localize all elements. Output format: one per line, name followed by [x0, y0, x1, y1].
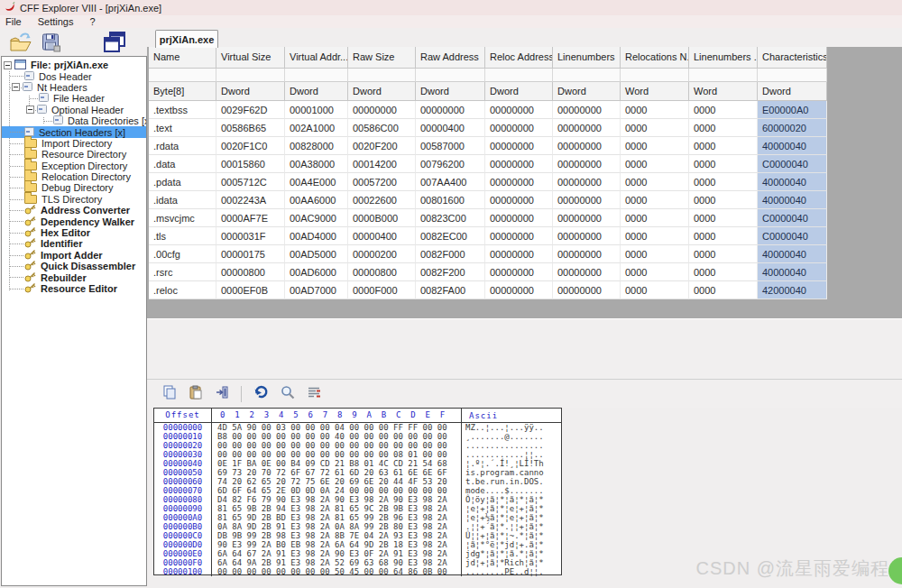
tree-item[interactable]: Dos Header [2, 70, 146, 81]
hex-bytes-cell[interactable]: 6A 64 9A 2B 91 E3 98 2A 52 69 63 68 90 E… [212, 558, 462, 567]
virtual-size-cell[interactable]: 0000EF0B [216, 281, 285, 299]
table-row[interactable]: .text 00586B65 002A1000 00586C00 0000040… [149, 119, 827, 137]
hex-bytes-cell[interactable]: 81 65 9D 2B BD E3 98 2A 81 65 99 2B 96 E… [212, 513, 462, 522]
hex-ascii-cell[interactable]: ................ [462, 441, 561, 450]
characteristics-cell[interactable]: 42000040 [758, 281, 827, 299]
raw-size-cell[interactable]: 0000B000 [348, 209, 416, 227]
relocations-n-cell[interactable]: 0000 [621, 101, 689, 119]
menu-item[interactable]: File [0, 16, 31, 27]
reloc-address-cell[interactable]: 00000000 [485, 227, 553, 245]
linenumbers-n-cell[interactable]: 0000 [689, 137, 758, 155]
virtual-size-cell[interactable]: 00000800 [216, 263, 285, 281]
linenumbers-cell[interactable]: 00000000 [553, 281, 621, 299]
linenumbers-cell[interactable]: 00000000 [553, 155, 621, 173]
hex-bytes-cell[interactable]: 0A 8A 9D 2B 91 E3 98 2A 0A 8A 99 2B 80 E… [212, 522, 462, 531]
raw-address-cell[interactable]: 00000000 [416, 101, 485, 119]
hex-ascii-cell[interactable]: jdg*¦ã¦*¦ã.*¦ã¦* [462, 549, 561, 558]
virtual-address-cell[interactable]: 00001000 [285, 101, 348, 119]
hex-ascii-cell[interactable]: MZ..¦...¦...ÿÿ.. [462, 423, 561, 432]
raw-size-cell[interactable]: 00057200 [348, 173, 416, 191]
linenumbers-cell[interactable]: 00000000 [553, 209, 621, 227]
table-row[interactable]: .data 00015860 00A38000 00014200 0079620… [149, 155, 827, 173]
raw-size-cell[interactable]: 00586C00 [348, 119, 416, 137]
raw-address-cell[interactable]: 0082FA00 [416, 281, 485, 299]
reloc-address-cell[interactable]: 00000000 [485, 155, 553, 173]
raw-address-cell[interactable]: 00801600 [416, 191, 485, 209]
hex-bytes-cell[interactable]: 74 20 62 65 20 72 75 6E 20 69 6E 20 44 4… [212, 477, 462, 486]
tree-item[interactable]: TLS Directory [2, 194, 146, 205]
raw-size-cell[interactable]: 00014200 [348, 155, 416, 173]
open-file-button[interactable] [9, 32, 33, 57]
virtual-size-cell[interactable]: 00586B65 [216, 119, 285, 137]
characteristics-cell[interactable]: 40000040 [758, 137, 827, 155]
characteristics-cell[interactable]: 40000040 [758, 245, 827, 263]
copy-button[interactable] [162, 385, 177, 403]
linenumbers-cell[interactable]: 00000000 [553, 227, 621, 245]
hex-ascii-cell[interactable]: ........PE..d¦¦. [462, 567, 561, 576]
relocations-n-cell[interactable]: 0000 [621, 119, 689, 137]
tree-item[interactable]: Identifier [2, 238, 146, 249]
characteristics-cell[interactable]: 40000040 [758, 263, 827, 281]
virtual-size-cell[interactable]: 0029F62D [216, 101, 285, 119]
section-name-cell[interactable]: .msvcjmc [149, 209, 216, 227]
paste-button[interactable] [189, 385, 203, 403]
raw-address-cell[interactable]: 00796200 [416, 155, 485, 173]
linenumbers-n-cell[interactable]: 0000 [689, 209, 758, 227]
linenumbers-n-cell[interactable]: 0000 [689, 227, 758, 245]
tree-item[interactable]: Resource Editor [2, 283, 146, 294]
tree-expand-toggle[interactable] [26, 106, 34, 114]
section-name-cell[interactable]: .00cfg [149, 245, 216, 263]
reloc-address-cell[interactable]: 00000000 [485, 263, 553, 281]
raw-address-cell[interactable]: 00587000 [416, 137, 485, 155]
tree-item[interactable]: Nt Headers [2, 82, 146, 93]
hex-bytes-cell[interactable]: 6D 6F 64 65 2E 0D 0D 0A 24 00 00 00 00 0… [212, 486, 462, 495]
linenumbers-n-cell[interactable]: 0000 [689, 281, 758, 299]
characteristics-cell[interactable]: 40000040 [758, 191, 827, 209]
characteristics-cell[interactable]: C0000040 [758, 227, 827, 245]
linenumbers-cell[interactable]: 00000000 [553, 245, 621, 263]
reloc-address-cell[interactable]: 00000000 [485, 173, 553, 191]
raw-size-cell[interactable]: 00000400 [348, 227, 416, 245]
tree-item[interactable]: Relocation Directory [2, 171, 146, 182]
hex-ascii-cell[interactable]: ¦e¦+½ã¦*¦e¦+¦ã¦* [462, 513, 561, 522]
hex-bytes-cell[interactable]: 81 65 9B 2B 94 E3 98 2A 81 65 9C 2B 9B E… [212, 504, 462, 513]
tab-prjxian-exe[interactable]: prjXiAn.exe [155, 30, 218, 48]
tree-item[interactable]: File: prjXiAn.exe [2, 60, 146, 70]
tree-item[interactable]: Dependency Walker [2, 216, 146, 226]
table-row[interactable]: .msvcjmc 0000AF7E 00AC9000 0000B000 0082… [149, 209, 827, 227]
goto-offset-button[interactable] [307, 385, 321, 403]
characteristics-cell[interactable]: E00000A0 [758, 101, 827, 119]
reloc-address-cell[interactable]: 00000000 [485, 137, 553, 155]
reloc-address-cell[interactable]: 00000000 [485, 191, 553, 209]
linenumbers-n-cell[interactable]: 0000 [689, 191, 758, 209]
tree-item[interactable]: Address Converter [2, 205, 146, 216]
raw-address-cell[interactable]: 00823C00 [416, 209, 485, 227]
linenumbers-cell[interactable]: 00000000 [553, 263, 621, 281]
raw-size-cell[interactable]: 0020F200 [348, 137, 416, 155]
reloc-address-cell[interactable]: 00000000 [485, 281, 553, 299]
menu-item[interactable]: ? [82, 16, 104, 27]
hex-bytes-cell[interactable]: 00 00 00 00 00 00 00 00 00 00 00 00 00 0… [212, 441, 462, 450]
raw-address-cell[interactable]: 0082F200 [416, 263, 485, 281]
virtual-address-cell[interactable]: 00AD5000 [285, 245, 348, 263]
tree-item[interactable]: Data Directories [x] [2, 115, 146, 126]
hex-bytes-cell[interactable]: 00 00 00 00 00 00 00 00 50 45 00 00 64 8… [212, 567, 462, 576]
hex-bytes-cell[interactable]: 00 00 00 00 00 00 00 00 00 00 00 00 08 0… [212, 450, 462, 459]
windows-compare-button[interactable] [102, 31, 127, 58]
reloc-address-cell[interactable]: 00000000 [485, 101, 553, 119]
hex-ascii-cell[interactable]: is.program.canno [462, 468, 561, 477]
linenumbers-n-cell[interactable]: 0000 [689, 245, 758, 263]
menu-item[interactable]: Settings [31, 16, 83, 27]
raw-size-cell[interactable]: 00000800 [348, 263, 416, 281]
tree-expand-toggle[interactable] [4, 61, 12, 69]
undo-button[interactable] [253, 385, 269, 402]
hex-bytes-cell[interactable]: 69 73 20 70 72 6F 67 72 61 6D 20 63 61 6… [212, 468, 462, 477]
hex-ascii-cell[interactable]: ¸.......@....... [462, 432, 561, 441]
hex-bytes-cell[interactable]: B8 00 00 00 00 00 00 00 40 00 00 00 00 0… [212, 432, 462, 441]
floating-green-button[interactable] [888, 557, 902, 584]
tree-expand-toggle[interactable] [12, 83, 20, 91]
hex-ascii-cell[interactable]: ¦ã¦*°ë¦*jd¦+.ã¦* [462, 540, 561, 549]
hex-ascii-cell[interactable]: Û¦¦+¦ã¦*¦~.*¦ã¦* [462, 531, 561, 540]
virtual-size-cell[interactable]: 00000175 [216, 245, 285, 263]
tree-item[interactable]: Import Adder [2, 250, 146, 261]
